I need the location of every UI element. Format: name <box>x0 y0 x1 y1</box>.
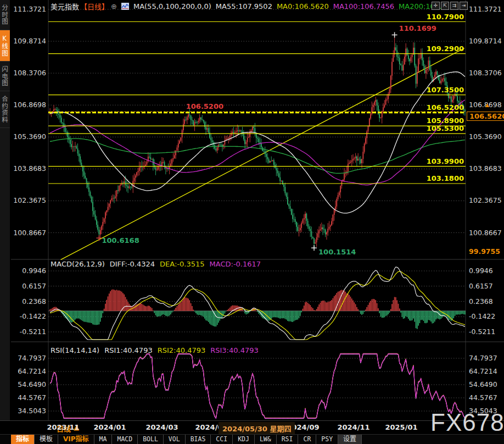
axis-tick-label: 108.3706 <box>469 69 502 77</box>
toolbar-item-psy[interactable]: PSY <box>316 435 338 444</box>
axis-min-label: 99.9755 <box>469 247 500 256</box>
rsi3-series <box>50 354 465 418</box>
dea-line <box>50 271 465 340</box>
axis-tick-label: 102.3675 <box>469 196 502 204</box>
axis-tick-label: -0.1422 <box>469 312 495 320</box>
axis-scale-left-icon[interactable]: ⇱ <box>441 2 449 10</box>
chart-canvas[interactable]: 111.3721109.8714108.3706106.8698105.3690… <box>0 0 504 420</box>
axis-tick-label: 74.7937 <box>469 354 497 362</box>
rsi-params-label: RSI(14,14,14) <box>51 346 99 354</box>
toolbar-item-kdj[interactable]: KDJ <box>233 435 255 444</box>
rsi3-line <box>50 354 465 418</box>
level-label: 107.3500 <box>427 86 464 94</box>
toolbar-item-macd[interactable]: MACD <box>112 435 138 444</box>
date-label: 2023/11 <box>47 423 79 431</box>
period-tag[interactable]: 【日线】 <box>80 1 109 12</box>
rsi2-readout: RSI2:40.4793 <box>158 346 206 354</box>
rsi2-series <box>50 353 465 418</box>
axis-tick-label: 64.7214 <box>469 367 497 375</box>
trendline <box>61 48 464 260</box>
rsi2-line <box>50 353 465 418</box>
axis-tick-label: 103.8683 <box>13 164 46 173</box>
toolbar-item-indicators[interactable]: 指标 <box>11 435 35 444</box>
rsi3-readout: RSI3:40.4793 <box>210 346 259 354</box>
crosshair-date-tooltip: 2024/05/30 星期四 <box>219 422 295 435</box>
axis-tick-label: 0.9946 <box>22 267 46 275</box>
toolbar-item-bias[interactable]: BIAS <box>186 435 211 444</box>
level-label: 109.2900 <box>427 45 464 53</box>
sidebar-item-timeline[interactable]: 分时图 <box>0 0 10 30</box>
sidebar-item-kline[interactable]: K线图 <box>0 30 10 62</box>
left-axis-labels: 111.3721109.8714108.3706106.8698105.3690… <box>13 5 46 237</box>
add-indicator-icon[interactable]: ⊕ <box>111 2 117 10</box>
price-annotation: 110.1699 <box>399 24 436 32</box>
ma100-readout: MA100:106.7456 <box>333 2 394 10</box>
toolbar-item-boll[interactable]: BOLL <box>138 435 164 444</box>
level-label: 105.5300 <box>427 124 464 132</box>
level-label: 110.7900 <box>427 13 464 21</box>
rsi1-line <box>50 354 465 419</box>
toolbar-item-rsi[interactable]: RSI <box>277 435 299 444</box>
axis-tick-label: -0.5211 <box>20 328 46 336</box>
axis-tick-label: 0.2368 <box>22 297 46 306</box>
sidebar-item-flash[interactable]: 闪电图 <box>0 62 10 92</box>
level-label: 103.1800 <box>427 174 464 182</box>
toolbar-item-templates[interactable]: 模板 <box>35 435 58 444</box>
axis-tick-label: 109.8714 <box>469 37 502 45</box>
annotations: 110.1699106.5200100.6168100.1514 <box>96 24 436 257</box>
toolbar-item-lwr[interactable]: LW& <box>255 435 277 444</box>
sidebar-item-contract-info[interactable]: 合约资料 <box>0 91 10 128</box>
toolbar-item-ma[interactable]: MA <box>94 435 113 444</box>
chart-style-icon[interactable] <box>121 3 129 10</box>
crosshair-icon[interactable]: ✛ <box>432 2 440 10</box>
date-label: 2024/03 <box>145 423 178 431</box>
axis-tick-label: 105.3690 <box>13 132 46 141</box>
level-label: 106.5200 <box>427 103 464 112</box>
toolbar-item-vol[interactable]: VOL <box>164 435 186 444</box>
axis-tick-label: 34.5043 <box>18 407 46 415</box>
axis-tick-label: 0.9946 <box>469 267 493 275</box>
axis-tick-label: 44.5767 <box>18 393 46 402</box>
indicator-toolbar: 指标 模板 VIP指标 MA MACD BOLL VOL BIAS CCI KD… <box>0 434 504 444</box>
axis-tick-label: 0.2368 <box>469 297 493 306</box>
macd-dea-readout: DEA:-0.3515 <box>160 260 204 268</box>
axis-tick-label: 54.6490 <box>469 380 497 389</box>
axis-shift-icon[interactable]: ⇥ <box>460 2 468 10</box>
axis-tick-label: 0.6157 <box>469 282 493 290</box>
axis-tick-label: 54.6490 <box>18 380 46 389</box>
axis-tick-label: 74.7937 <box>18 354 46 362</box>
ma-params-label: MA(55,0,100,200,0,0) <box>133 2 211 10</box>
ma0-readout: MA0:106.5620 <box>277 2 329 10</box>
app-window: 111.3721109.8714108.3706106.8698105.3690… <box>0 0 504 444</box>
toolbar-item-settings[interactable]: 设置 <box>338 435 362 444</box>
date-label: 2024/11 <box>337 423 369 431</box>
diff-line <box>50 267 465 340</box>
toolbar-item-cci[interactable]: CCI <box>211 435 233 444</box>
price-annotation: 100.1514 <box>318 248 356 256</box>
ma55-series <box>50 72 465 213</box>
price-up-marker: ▲ <box>485 103 489 108</box>
axis-tick-label: 111.3721 <box>13 5 46 13</box>
axis-scale-right-icon[interactable]: ⇉ <box>450 2 458 10</box>
main-grid <box>48 9 466 233</box>
macd-macd-readout: MACD:-0.1617 <box>210 260 261 268</box>
axis-tick-label: 108.3706 <box>13 69 46 77</box>
date-axis-row: 日线 ▲ 2023/112024/012024/032024/052024/07… <box>0 420 504 435</box>
macd-diff-readout: DIFF:-0.4324 <box>110 260 155 268</box>
dea-series <box>50 271 465 340</box>
axis-tick-label: 103.8683 <box>469 164 502 173</box>
axis-tick-label: 100.8667 <box>13 229 46 237</box>
axis-tick-label: -0.5211 <box>469 328 495 336</box>
axis-tick-label: 100.8667 <box>469 229 502 237</box>
axis-tick-label: 0.6157 <box>22 282 46 290</box>
axis-tick-label: 109.8714 <box>13 37 46 45</box>
right-axis-labels: 111.3721109.8714108.3706106.8698105.3690… <box>469 5 502 256</box>
macd-pane-header: MACD(26,12,9) DIFF:-0.4324 DEA:-0.3515 M… <box>51 260 261 268</box>
last-price-badge: 106.5620 <box>467 112 504 121</box>
toolbar-item-cr[interactable]: CR <box>298 435 316 444</box>
axis-tick-label: 105.3690 <box>469 132 502 141</box>
rsi1-series <box>50 354 465 419</box>
level-label: 103.9900 <box>427 157 464 165</box>
toolbar-item-vip-indicators[interactable]: VIP指标 <box>58 435 94 444</box>
macd-grid: 0.99460.99460.61570.61570.23680.2368-0.1… <box>20 267 496 336</box>
